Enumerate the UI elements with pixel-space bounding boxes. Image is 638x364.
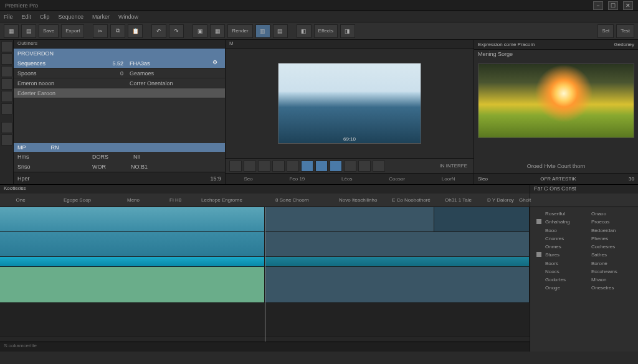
tool-export[interactable]: Export [61,24,84,38]
timeline-footer: S:ookamceritie [0,342,530,352]
row-val: Eccoheams [591,269,632,274]
side-tool-1-icon[interactable] [1,41,12,52]
properties-row[interactable]: OnmesCochesres [530,243,638,251]
tool-e-icon[interactable]: ◧ [297,24,312,38]
video-clip[interactable] [434,207,530,231]
project-subrow[interactable]: Hms DORS NII [14,152,225,162]
tool-paste-icon[interactable]: 📋 [128,24,143,38]
video-clip[interactable] [265,207,434,231]
window-maximize[interactable]: ☐ [608,1,618,10]
tool-undo-icon[interactable]: ↶ [151,24,166,38]
video-clip[interactable] [265,267,530,302]
project-row[interactable]: Spoons 0 Geamoes [14,68,225,78]
effects-panel: Expression come Pracom Gedoney Mening So… [474,40,638,184]
timeline-tracks[interactable] [0,207,530,342]
tool-right2[interactable]: Test [616,24,634,38]
ruler-mark: Lechope Engrorne [201,197,242,203]
project-row[interactable]: Sequences 5.52 FHA3as ⚙ [14,58,225,68]
video-clip[interactable] [265,232,530,256]
preview-timecode: 69:10 [343,136,356,142]
tool-d-icon[interactable]: ▤ [273,24,288,38]
window-minimize[interactable]: − [593,1,603,10]
transport-opt2-icon[interactable] [358,161,371,172]
tool-render[interactable]: Render [227,24,252,38]
tool-b-icon[interactable]: ▦ [210,24,225,38]
properties-panel: Far C Ons Const RosertfulOnaooGnhahatngP… [530,184,638,352]
timeline-panel: Kootiedes OneEgope SoopMenoFi H8Lechope … [0,184,530,352]
ruler-mark: 8 Sone Choorn [275,197,309,203]
transport-play-icon[interactable] [258,161,270,172]
side-tool-3-icon[interactable] [1,66,12,77]
menu-marker[interactable]: Marker [92,14,110,20]
menu-window[interactable]: Window [118,14,138,20]
ruler-mark: Novo Iteachilinho [339,197,377,203]
properties-row[interactable]: OnogeOneseires [530,284,638,292]
audio-clip[interactable] [0,257,265,266]
transport-goto-start-icon[interactable] [229,161,242,172]
properties-row[interactable]: SturesSathes [530,251,638,259]
ruler-mark: One [16,197,26,203]
properties-row[interactable]: GodortesMhaon [530,276,638,284]
menu-clip[interactable]: Clip [40,14,50,20]
audio-clip[interactable] [265,257,530,266]
row-key: Boors [545,261,591,266]
transport-opt1-icon[interactable] [344,161,356,172]
side-tool-7-icon[interactable] [1,122,12,133]
properties-row[interactable]: GnhahatngProecos [530,218,638,226]
ruler-mark: E Co Noobothoré [392,197,431,203]
menu-sequence[interactable]: Sequence [59,14,84,20]
side-tool-2-icon[interactable] [1,54,12,65]
row-gear-icon[interactable]: ⚙ [212,59,221,68]
ruler-mark: Ghoit [519,197,531,203]
row-icon [536,285,545,291]
menu-edit[interactable]: Edit [22,14,32,20]
transport-step-fwd-icon[interactable] [272,161,285,172]
properties-row[interactable]: NoocsEccoheams [530,268,638,276]
properties-title: Far C Ons Const [530,185,638,194]
side-tool-6-icon[interactable] [1,103,12,114]
playhead[interactable] [265,207,265,342]
tool-effects[interactable]: Effects [314,24,338,38]
menu-file[interactable]: File [4,14,13,20]
project-header[interactable]: PROVERDON [14,49,225,58]
properties-row[interactable]: BoorsBorone [530,259,638,268]
effects-preview[interactable] [474,60,638,159]
tool-right1[interactable]: Set [598,24,614,38]
project-subheader: MP RN [14,143,225,152]
tool-copy-icon[interactable]: ⧉ [110,24,125,38]
project-row[interactable]: Ederter Earoon [14,88,225,98]
row-icon [536,236,545,241]
tool-open-icon[interactable]: ▤ [21,24,36,38]
tool-c-icon[interactable]: ▥ [255,24,270,38]
side-tool-5-icon[interactable] [1,91,12,102]
timeline-ruler[interactable]: OneEgope SoopMenoFi H8Lechope Engrorne8 … [0,194,530,207]
tool-cut-icon[interactable]: ✂ [93,24,108,38]
transport-loop-icon[interactable] [330,161,342,172]
transport-mark-in-icon[interactable] [301,161,313,172]
properties-row[interactable]: CnonresPhenes [530,235,638,243]
properties-row[interactable]: RosertfulOnaoo [530,210,638,218]
window-close[interactable]: ✕ [623,1,633,10]
row-key: Rosertful [545,211,591,217]
transport-step-back-icon[interactable] [244,161,256,172]
video-clip[interactable] [0,207,265,231]
project-subrow[interactable]: Snso WOR NO:B1 [14,162,225,172]
transport-goto-end-icon[interactable] [287,161,299,172]
tool-save[interactable]: Save [39,24,59,38]
effects-thumbnail [478,63,634,138]
preview-monitor[interactable]: 69:10 [278,63,421,144]
tool-redo-icon[interactable]: ↷ [169,24,184,38]
properties-row[interactable]: BoooBedoerdan [530,226,638,235]
row-key: Onoge [545,285,591,291]
row-icon [536,252,545,258]
video-clip[interactable] [0,267,265,302]
side-tool-8-icon[interactable] [1,134,12,146]
transport-opt3-icon[interactable] [373,161,385,172]
video-clip[interactable] [0,232,265,256]
side-tool-4-icon[interactable] [1,78,12,90]
tool-f-icon[interactable]: ◨ [340,24,355,38]
project-row[interactable]: Emeron nooon Correr Onentalon [14,78,225,88]
transport-mark-out-icon[interactable] [315,161,328,172]
tool-new-icon[interactable]: ▦ [4,24,19,38]
tool-a-icon[interactable]: ▣ [193,24,207,38]
